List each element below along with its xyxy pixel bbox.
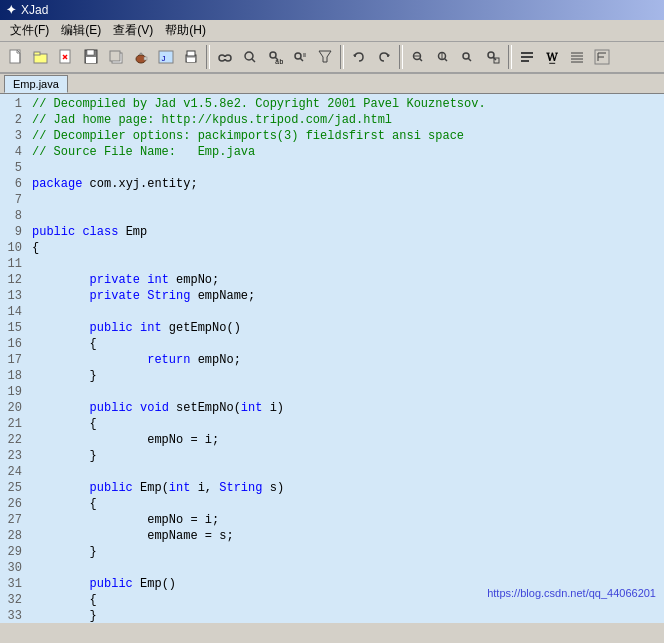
word-wrap-button[interactable]: W̲ [540,45,564,69]
undo-button[interactable] [347,45,371,69]
line-number: 12 [0,272,28,288]
svg-rect-48 [521,60,529,62]
line-content: private String empName; [28,288,664,304]
table-row: 17 return empNo; [0,352,664,368]
open-button[interactable] [29,45,53,69]
copy-window-button[interactable] [104,45,128,69]
new-button[interactable] [4,45,28,69]
format-button[interactable] [515,45,539,69]
table-row: 30 [0,560,664,576]
search-all-icon [292,49,308,65]
table-row: 25 public Emp(int i, String s) [0,480,664,496]
line-number: 1 [0,96,28,112]
line-number: 29 [0,544,28,560]
table-row: 18 } [0,368,664,384]
svg-rect-19 [187,58,195,62]
tree-view-button[interactable] [590,45,614,69]
line-number: 22 [0,432,28,448]
line-number: 17 [0,352,28,368]
line-number: 32 [0,592,28,608]
line-content [28,256,664,272]
line-number: 31 [0,576,28,592]
line-number: 24 [0,464,28,480]
table-row: 2// Jad home page: http://kpdus.tripod.c… [0,112,664,128]
line-content: // Jad home page: http://kpdus.tripod.co… [28,112,664,128]
find-select-button[interactable] [481,45,505,69]
filter-button[interactable] [313,45,337,69]
line-content [28,160,664,176]
table-row: 9public class Emp [0,224,664,240]
line-content: // Source File Name: Emp.java [28,144,664,160]
tree-view-icon [594,49,610,65]
table-row: 13 private String empName; [0,288,664,304]
menu-file[interactable]: 文件(F) [4,20,55,41]
line-content: } [28,608,664,623]
svg-rect-4 [34,52,40,55]
table-row: 15 public int getEmpNo() [0,320,664,336]
copy-window-icon [108,49,124,65]
decompile-button[interactable]: J [154,45,178,69]
svg-text:ab: ab [275,58,283,65]
line-content [28,208,664,224]
line-number: 21 [0,416,28,432]
find-next-icon [435,49,451,65]
redo-button[interactable] [372,45,396,69]
line-content: public class Emp [28,224,664,240]
line-content: public Emp(int i, String s) [28,480,664,496]
save-icon [83,49,99,65]
table-row: 26 { [0,496,664,512]
save-button[interactable] [79,45,103,69]
menu-bar: 文件(F) 编辑(E) 查看(V) 帮助(H) [0,20,664,42]
menu-view[interactable]: 查看(V) [107,20,159,41]
run-button[interactable] [129,45,153,69]
separator-2 [340,45,344,69]
menu-help[interactable]: 帮助(H) [159,20,212,41]
table-row: 33 } [0,608,664,623]
word-wrap-label: W̲ [546,51,557,64]
svg-marker-34 [386,53,390,57]
line-number: 28 [0,528,28,544]
tab-bar: Emp.java [0,74,664,94]
line-number: 3 [0,128,28,144]
redo-icon [376,49,392,65]
svg-line-39 [445,59,448,62]
table-row: 6package com.xyj.entity; [0,176,664,192]
app-icon: ✦ [6,3,16,17]
toolbar: J ab W̲ [0,42,664,74]
close-doc-icon [58,49,74,65]
search-button-4[interactable] [288,45,312,69]
code-area[interactable]: 1// Decompiled by Jad v1.5.8e2. Copyrigh… [0,94,664,623]
line-number: 11 [0,256,28,272]
undo-icon [351,49,367,65]
find-all-button[interactable] [456,45,480,69]
table-row: 10{ [0,240,664,256]
search-button-1[interactable] [213,45,237,69]
line-number: 19 [0,384,28,400]
search-button-2[interactable] [238,45,262,69]
tab-empjava[interactable]: Emp.java [4,75,68,93]
table-row: 1// Decompiled by Jad v1.5.8e2. Copyrigh… [0,96,664,112]
line-content: { [28,496,664,512]
line-content: private int empNo; [28,272,664,288]
menu-edit[interactable]: 编辑(E) [55,20,107,41]
title-bar: ✦ XJad [0,0,664,20]
line-number: 23 [0,448,28,464]
find-prev-button[interactable] [406,45,430,69]
line-content: } [28,368,664,384]
svg-line-24 [252,59,255,62]
list-view-button[interactable] [565,45,589,69]
close-button[interactable] [54,45,78,69]
line-content: public void setEmpNo(int i) [28,400,664,416]
table-row: 24 [0,464,664,480]
svg-rect-14 [144,57,147,60]
print-button[interactable] [179,45,203,69]
table-row: 3// Decompiler options: packimports(3) f… [0,128,664,144]
table-row: 19 [0,384,664,400]
line-number: 2 [0,112,28,128]
table-row: 21 { [0,416,664,432]
table-row: 20 public void setEmpNo(int i) [0,400,664,416]
find-next-button[interactable] [431,45,455,69]
svg-rect-10 [86,57,96,63]
search-button-3[interactable]: ab [263,45,287,69]
line-content: package com.xyj.entity; [28,176,664,192]
